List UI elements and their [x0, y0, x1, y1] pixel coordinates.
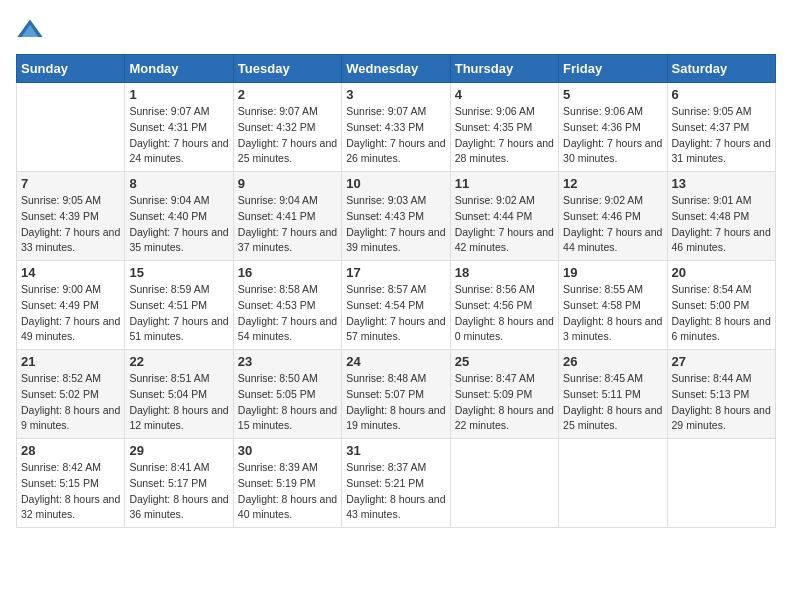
calendar-cell	[17, 83, 125, 172]
logo	[16, 16, 48, 44]
day-number: 5	[563, 87, 662, 102]
day-info: Sunrise: 8:39 AMSunset: 5:19 PMDaylight:…	[238, 460, 337, 523]
calendar-cell: 6Sunrise: 9:05 AMSunset: 4:37 PMDaylight…	[667, 83, 775, 172]
calendar-week-row: 21Sunrise: 8:52 AMSunset: 5:02 PMDayligh…	[17, 350, 776, 439]
day-info: Sunrise: 9:02 AMSunset: 4:44 PMDaylight:…	[455, 193, 554, 256]
calendar-cell: 18Sunrise: 8:56 AMSunset: 4:56 PMDayligh…	[450, 261, 558, 350]
calendar-cell: 12Sunrise: 9:02 AMSunset: 4:46 PMDayligh…	[559, 172, 667, 261]
day-number: 15	[129, 265, 228, 280]
day-info: Sunrise: 8:52 AMSunset: 5:02 PMDaylight:…	[21, 371, 120, 434]
day-info: Sunrise: 9:04 AMSunset: 4:40 PMDaylight:…	[129, 193, 228, 256]
day-info: Sunrise: 8:58 AMSunset: 4:53 PMDaylight:…	[238, 282, 337, 345]
calendar-cell: 25Sunrise: 8:47 AMSunset: 5:09 PMDayligh…	[450, 350, 558, 439]
calendar-cell: 11Sunrise: 9:02 AMSunset: 4:44 PMDayligh…	[450, 172, 558, 261]
day-info: Sunrise: 9:05 AMSunset: 4:37 PMDaylight:…	[672, 104, 771, 167]
day-number: 10	[346, 176, 445, 191]
calendar-cell: 26Sunrise: 8:45 AMSunset: 5:11 PMDayligh…	[559, 350, 667, 439]
calendar-cell: 7Sunrise: 9:05 AMSunset: 4:39 PMDaylight…	[17, 172, 125, 261]
calendar-cell: 20Sunrise: 8:54 AMSunset: 5:00 PMDayligh…	[667, 261, 775, 350]
calendar-cell	[667, 439, 775, 528]
weekday-header-thursday: Thursday	[450, 55, 558, 83]
day-info: Sunrise: 9:00 AMSunset: 4:49 PMDaylight:…	[21, 282, 120, 345]
day-info: Sunrise: 8:41 AMSunset: 5:17 PMDaylight:…	[129, 460, 228, 523]
calendar-cell: 19Sunrise: 8:55 AMSunset: 4:58 PMDayligh…	[559, 261, 667, 350]
day-number: 26	[563, 354, 662, 369]
logo-icon	[16, 16, 44, 44]
day-info: Sunrise: 9:07 AMSunset: 4:32 PMDaylight:…	[238, 104, 337, 167]
day-number: 31	[346, 443, 445, 458]
day-info: Sunrise: 9:07 AMSunset: 4:31 PMDaylight:…	[129, 104, 228, 167]
day-number: 28	[21, 443, 120, 458]
calendar-cell: 1Sunrise: 9:07 AMSunset: 4:31 PMDaylight…	[125, 83, 233, 172]
day-info: Sunrise: 8:57 AMSunset: 4:54 PMDaylight:…	[346, 282, 445, 345]
day-number: 13	[672, 176, 771, 191]
weekday-header-sunday: Sunday	[17, 55, 125, 83]
day-info: Sunrise: 9:05 AMSunset: 4:39 PMDaylight:…	[21, 193, 120, 256]
calendar-cell: 14Sunrise: 9:00 AMSunset: 4:49 PMDayligh…	[17, 261, 125, 350]
day-info: Sunrise: 8:37 AMSunset: 5:21 PMDaylight:…	[346, 460, 445, 523]
day-number: 14	[21, 265, 120, 280]
day-number: 12	[563, 176, 662, 191]
day-info: Sunrise: 9:01 AMSunset: 4:48 PMDaylight:…	[672, 193, 771, 256]
weekday-header-monday: Monday	[125, 55, 233, 83]
day-number: 16	[238, 265, 337, 280]
calendar-cell	[559, 439, 667, 528]
day-info: Sunrise: 9:02 AMSunset: 4:46 PMDaylight:…	[563, 193, 662, 256]
calendar-cell: 24Sunrise: 8:48 AMSunset: 5:07 PMDayligh…	[342, 350, 450, 439]
day-number: 4	[455, 87, 554, 102]
day-number: 17	[346, 265, 445, 280]
calendar-cell: 13Sunrise: 9:01 AMSunset: 4:48 PMDayligh…	[667, 172, 775, 261]
calendar-week-row: 7Sunrise: 9:05 AMSunset: 4:39 PMDaylight…	[17, 172, 776, 261]
page-header	[16, 16, 776, 44]
calendar-cell: 28Sunrise: 8:42 AMSunset: 5:15 PMDayligh…	[17, 439, 125, 528]
day-number: 22	[129, 354, 228, 369]
calendar-cell: 31Sunrise: 8:37 AMSunset: 5:21 PMDayligh…	[342, 439, 450, 528]
weekday-header-tuesday: Tuesday	[233, 55, 341, 83]
calendar-cell: 5Sunrise: 9:06 AMSunset: 4:36 PMDaylight…	[559, 83, 667, 172]
day-info: Sunrise: 8:45 AMSunset: 5:11 PMDaylight:…	[563, 371, 662, 434]
calendar-cell: 4Sunrise: 9:06 AMSunset: 4:35 PMDaylight…	[450, 83, 558, 172]
day-number: 30	[238, 443, 337, 458]
day-number: 19	[563, 265, 662, 280]
day-info: Sunrise: 8:55 AMSunset: 4:58 PMDaylight:…	[563, 282, 662, 345]
day-info: Sunrise: 8:47 AMSunset: 5:09 PMDaylight:…	[455, 371, 554, 434]
day-number: 7	[21, 176, 120, 191]
day-number: 20	[672, 265, 771, 280]
weekday-header-friday: Friday	[559, 55, 667, 83]
day-number: 24	[346, 354, 445, 369]
calendar-cell: 8Sunrise: 9:04 AMSunset: 4:40 PMDaylight…	[125, 172, 233, 261]
day-info: Sunrise: 8:59 AMSunset: 4:51 PMDaylight:…	[129, 282, 228, 345]
day-number: 27	[672, 354, 771, 369]
day-info: Sunrise: 9:06 AMSunset: 4:36 PMDaylight:…	[563, 104, 662, 167]
day-info: Sunrise: 9:04 AMSunset: 4:41 PMDaylight:…	[238, 193, 337, 256]
day-number: 23	[238, 354, 337, 369]
day-number: 25	[455, 354, 554, 369]
calendar-cell: 3Sunrise: 9:07 AMSunset: 4:33 PMDaylight…	[342, 83, 450, 172]
calendar-cell: 9Sunrise: 9:04 AMSunset: 4:41 PMDaylight…	[233, 172, 341, 261]
day-number: 9	[238, 176, 337, 191]
calendar-cell: 27Sunrise: 8:44 AMSunset: 5:13 PMDayligh…	[667, 350, 775, 439]
calendar-cell	[450, 439, 558, 528]
calendar-cell: 30Sunrise: 8:39 AMSunset: 5:19 PMDayligh…	[233, 439, 341, 528]
calendar-cell: 22Sunrise: 8:51 AMSunset: 5:04 PMDayligh…	[125, 350, 233, 439]
calendar-cell: 23Sunrise: 8:50 AMSunset: 5:05 PMDayligh…	[233, 350, 341, 439]
calendar-cell: 2Sunrise: 9:07 AMSunset: 4:32 PMDaylight…	[233, 83, 341, 172]
calendar-cell: 15Sunrise: 8:59 AMSunset: 4:51 PMDayligh…	[125, 261, 233, 350]
calendar-table: SundayMondayTuesdayWednesdayThursdayFrid…	[16, 54, 776, 528]
day-info: Sunrise: 8:42 AMSunset: 5:15 PMDaylight:…	[21, 460, 120, 523]
calendar-cell: 29Sunrise: 8:41 AMSunset: 5:17 PMDayligh…	[125, 439, 233, 528]
calendar-cell: 21Sunrise: 8:52 AMSunset: 5:02 PMDayligh…	[17, 350, 125, 439]
weekday-header-wednesday: Wednesday	[342, 55, 450, 83]
weekday-header-row: SundayMondayTuesdayWednesdayThursdayFrid…	[17, 55, 776, 83]
day-info: Sunrise: 9:03 AMSunset: 4:43 PMDaylight:…	[346, 193, 445, 256]
day-info: Sunrise: 8:48 AMSunset: 5:07 PMDaylight:…	[346, 371, 445, 434]
calendar-week-row: 1Sunrise: 9:07 AMSunset: 4:31 PMDaylight…	[17, 83, 776, 172]
weekday-header-saturday: Saturday	[667, 55, 775, 83]
day-number: 11	[455, 176, 554, 191]
day-info: Sunrise: 8:54 AMSunset: 5:00 PMDaylight:…	[672, 282, 771, 345]
calendar-week-row: 14Sunrise: 9:00 AMSunset: 4:49 PMDayligh…	[17, 261, 776, 350]
calendar-cell: 17Sunrise: 8:57 AMSunset: 4:54 PMDayligh…	[342, 261, 450, 350]
day-number: 1	[129, 87, 228, 102]
day-info: Sunrise: 8:50 AMSunset: 5:05 PMDaylight:…	[238, 371, 337, 434]
calendar-week-row: 28Sunrise: 8:42 AMSunset: 5:15 PMDayligh…	[17, 439, 776, 528]
